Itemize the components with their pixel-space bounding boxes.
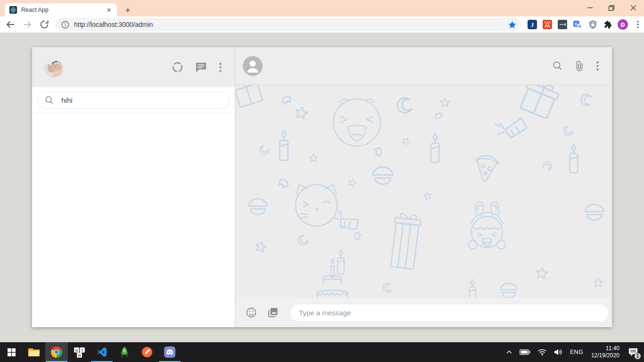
new-tab-button[interactable]: + <box>122 4 134 16</box>
user-avatar[interactable] <box>44 58 64 77</box>
forward-button[interactable] <box>21 18 34 31</box>
party-doodles-illustration <box>235 85 611 298</box>
wifi-icon[interactable] <box>536 342 548 362</box>
tab-close-icon[interactable]: ✕ <box>105 6 113 14</box>
unikey-icon[interactable]: u i n <box>68 342 91 362</box>
volume-icon[interactable] <box>553 342 564 362</box>
file-explorer-icon[interactable] <box>23 342 45 362</box>
windows-taskbar: u i n <box>0 342 644 362</box>
tray-chevron-up-icon[interactable] <box>504 342 514 362</box>
language-indicator[interactable]: ENG <box>569 342 585 362</box>
profile-avatar-icon[interactable]: Đ <box>618 19 628 30</box>
action-center-icon[interactable]: 1 <box>626 342 640 362</box>
chat-pane <box>235 47 612 327</box>
discord-icon[interactable] <box>158 342 181 362</box>
tab-title: React App <box>21 7 105 13</box>
clock-time: 11:40 <box>591 345 619 352</box>
search-row <box>32 87 235 113</box>
translate-extension-icon[interactable]: G A <box>572 19 583 30</box>
message-input-pill[interactable] <box>290 304 608 321</box>
photo-library-icon[interactable] <box>266 306 279 319</box>
browser-tab[interactable]: React App ✕ <box>5 3 117 16</box>
battery-icon[interactable] <box>518 342 532 362</box>
new-chat-icon[interactable] <box>196 62 206 72</box>
clock[interactable]: 11:40 12/19/2020 <box>589 345 622 359</box>
start-button[interactable] <box>0 342 23 362</box>
page-background <box>0 33 644 342</box>
attach-paperclip-icon[interactable] <box>575 60 584 72</box>
chat-app-card <box>32 47 612 327</box>
chat-menu-icon[interactable] <box>596 61 599 71</box>
notification-count-badge: 1 <box>634 353 641 360</box>
svg-text:u: u <box>75 348 78 353</box>
window-minimize-button[interactable] <box>579 0 601 16</box>
shield-extension-icon[interactable] <box>587 19 598 30</box>
refresh-button[interactable] <box>38 18 51 31</box>
search-input[interactable] <box>61 96 223 104</box>
chat-doodle-background <box>235 85 612 298</box>
sidebar-menu-icon[interactable] <box>219 63 222 72</box>
clock-date: 12/19/2020 <box>591 352 619 359</box>
postman-icon[interactable] <box>136 342 158 362</box>
contact-avatar-placeholder[interactable] <box>243 56 263 76</box>
window-restore-button[interactable] <box>601 0 622 16</box>
search-icon <box>45 96 53 105</box>
bookmark-star-icon[interactable] <box>506 19 518 30</box>
window-close-button[interactable] <box>622 0 644 16</box>
chat-list-empty <box>32 113 235 327</box>
sidebar <box>32 47 235 327</box>
robo3t-icon[interactable] <box>113 342 136 362</box>
url-text[interactable]: http://localhost:3000/admin <box>74 21 506 28</box>
sidebar-header <box>32 47 235 87</box>
message-input[interactable] <box>299 309 600 317</box>
browser-tab-strip: React App ✕ + <box>0 0 644 16</box>
person-icon <box>243 56 263 76</box>
vscode-icon[interactable] <box>91 342 113 362</box>
info-icon[interactable] <box>61 21 69 29</box>
emoji-icon[interactable] <box>245 306 257 319</box>
chat-search-icon[interactable] <box>553 61 562 71</box>
svg-text:J: J <box>531 21 534 28</box>
dots-extension-icon[interactable] <box>557 19 568 30</box>
svg-text:i: i <box>82 348 83 353</box>
j-extension-icon[interactable]: J <box>527 19 537 30</box>
browser-menu-icon[interactable] <box>633 19 643 30</box>
red-spider-extension-icon[interactable] <box>542 19 553 30</box>
puzzle-extensions-icon[interactable] <box>603 19 613 30</box>
chrome-taskbar-icon[interactable] <box>45 342 68 362</box>
browser-toolbar: http://localhost:3000/admin J G <box>0 16 644 33</box>
react-favicon-icon <box>9 6 17 14</box>
svg-text:n: n <box>78 353 81 358</box>
status-ring-icon[interactable] <box>172 62 183 73</box>
svg-text:G: G <box>575 22 578 26</box>
search-bar[interactable] <box>38 92 230 108</box>
chat-header <box>235 47 612 85</box>
message-composer <box>235 298 612 327</box>
svg-text:A: A <box>578 24 581 28</box>
back-button[interactable] <box>4 18 17 31</box>
svg-text:Đ: Đ <box>620 22 625 28</box>
address-bar[interactable]: http://localhost:3000/admin <box>56 18 520 31</box>
